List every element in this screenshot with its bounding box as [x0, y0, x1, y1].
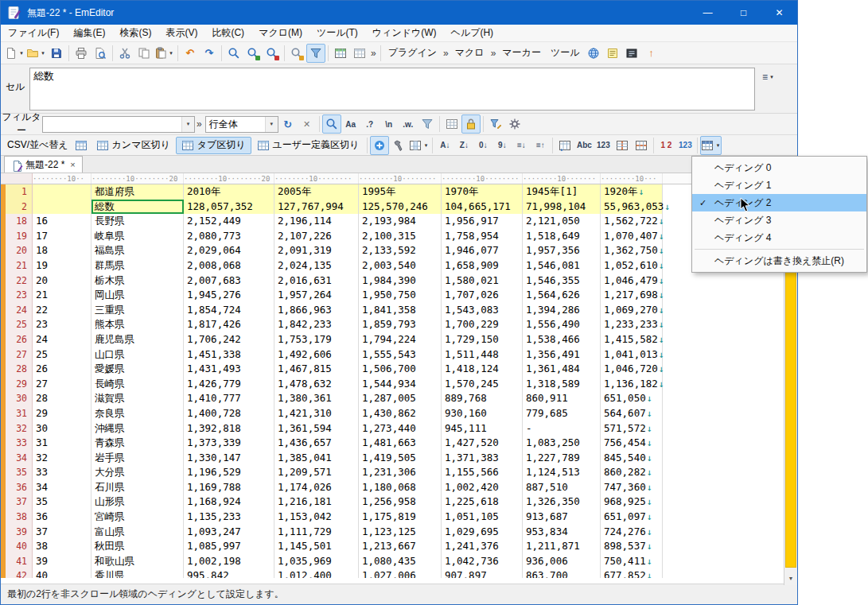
- grid-cell[interactable]: 1,950,750: [359, 288, 442, 303]
- tools-button[interactable]: ツール: [546, 44, 585, 63]
- sort-az-asc-button[interactable]: A↓: [435, 136, 454, 155]
- show-line-numbers-button[interactable]: 1 2: [656, 136, 675, 155]
- grid-cell[interactable]: 福島県: [91, 243, 184, 258]
- grid-cell[interactable]: 愛媛県: [91, 362, 184, 377]
- grid-cell[interactable]: 23: [33, 317, 91, 332]
- grid-cell[interactable]: 長崎県: [91, 377, 184, 392]
- grid-cell[interactable]: 845,540↓: [601, 451, 663, 466]
- grid-cell[interactable]: 677,852↓: [601, 568, 663, 578]
- line-number[interactable]: 38: [1, 510, 33, 525]
- grid-cell[interactable]: 1,256,958: [359, 494, 442, 510]
- grid-cell[interactable]: 1,211,871: [523, 539, 601, 554]
- menubar-item[interactable]: 比較(C): [204, 25, 251, 42]
- grid-cell[interactable]: 1,467,815: [274, 362, 359, 377]
- grid-cell[interactable]: 750,411↓: [601, 554, 663, 569]
- line-number[interactable]: 39: [1, 525, 33, 540]
- grid-cell[interactable]: 1,700,229: [442, 317, 523, 332]
- match-case-button[interactable]: Aa: [341, 114, 360, 134]
- grid-cell[interactable]: 936,006: [523, 554, 601, 569]
- grid-cell[interactable]: 1,506,700: [359, 362, 442, 377]
- grid-cell[interactable]: 1,231,306: [359, 465, 442, 480]
- grid-cell[interactable]: 1,175,819: [359, 510, 442, 525]
- grid-cell[interactable]: 1,859,793: [359, 317, 442, 332]
- grid-cell[interactable]: 2,152,449: [184, 214, 274, 229]
- grid-cell[interactable]: 907,897: [442, 568, 523, 578]
- replace-in-files-button[interactable]: [287, 44, 306, 63]
- grid-cell[interactable]: 1,180,068: [359, 480, 442, 495]
- grid-cell[interactable]: 16: [33, 214, 91, 229]
- cell-tools-button[interactable]: [555, 136, 574, 155]
- undo-button[interactable]: ↶: [181, 44, 200, 63]
- grid-cell[interactable]: 31: [33, 436, 91, 451]
- menu-item[interactable]: ヘディング 1: [692, 176, 866, 194]
- grid-cell[interactable]: 127,767,994: [274, 200, 359, 215]
- grid-cell[interactable]: 1,155,566: [442, 465, 523, 480]
- grid-cell[interactable]: 1,706,242: [184, 332, 274, 347]
- cut-button[interactable]: [115, 44, 134, 63]
- csv-convert-button[interactable]: [370, 136, 389, 155]
- grid-cell[interactable]: 2005年: [274, 184, 359, 200]
- grid-cell[interactable]: 群馬県: [91, 258, 184, 273]
- grid-cell[interactable]: 1,415,582↓: [601, 332, 663, 347]
- grid-cell[interactable]: 1,419,505: [359, 451, 442, 466]
- document-tab[interactable]: 無題-22 * ×: [4, 156, 83, 173]
- grid-cell[interactable]: 1,273,440: [359, 421, 442, 436]
- grid-cell[interactable]: 1,866,963: [274, 303, 359, 318]
- combo-arrow-icon[interactable]: ▾: [181, 117, 194, 132]
- grid-cell[interactable]: 40: [33, 568, 91, 578]
- csv-repair-button[interactable]: [389, 136, 408, 155]
- grid-cell[interactable]: 1,556,490: [523, 317, 601, 332]
- grid-cell[interactable]: 128,057,352: [184, 200, 274, 215]
- grid-cell[interactable]: 1,153,042: [274, 510, 359, 525]
- grid-cell[interactable]: 1,562,722↓: [601, 214, 663, 229]
- markers-button[interactable]: マーカー: [497, 44, 546, 63]
- macros-button[interactable]: マクロ: [450, 44, 489, 63]
- negate-filter-button[interactable]: [418, 114, 437, 134]
- grid-cell[interactable]: 1,538,466: [523, 332, 601, 347]
- grid-cell[interactable]: 1,543,083: [442, 303, 523, 318]
- grid-cell[interactable]: 熊本県: [91, 317, 184, 332]
- grid-cell[interactable]: 1,946,077: [442, 243, 523, 258]
- grid-cell[interactable]: 奈良県: [91, 406, 184, 421]
- grid-cell[interactable]: 1,546,355: [523, 273, 601, 289]
- browser-button[interactable]: [584, 44, 603, 63]
- grid-cell[interactable]: 1,213,667: [359, 539, 442, 554]
- grid-cell[interactable]: 860,911: [523, 391, 601, 406]
- grid-cell[interactable]: 945,111: [442, 421, 523, 436]
- grid-cell[interactable]: 953,834: [523, 525, 601, 540]
- grid-cell[interactable]: 2,008,068: [184, 258, 274, 273]
- grid-cell[interactable]: 1,555,543: [359, 347, 442, 363]
- grid-cell[interactable]: 1,093,247: [184, 525, 274, 540]
- grid-cell[interactable]: 1,041,013↓: [601, 347, 663, 363]
- grid-cell[interactable]: 1,421,310: [274, 406, 359, 421]
- line-number[interactable]: 27: [1, 347, 33, 363]
- grid-cell[interactable]: 1,385,041: [274, 451, 359, 466]
- grid-cell[interactable]: 29: [33, 406, 91, 421]
- csv-mode-button[interactable]: [331, 44, 350, 63]
- menu-item[interactable]: ヘディング 4: [692, 229, 866, 246]
- grid-cell[interactable]: 1,753,179: [274, 332, 359, 347]
- grid-cell[interactable]: 1,029,695: [442, 525, 523, 540]
- grid-cell[interactable]: 山口県: [91, 347, 184, 363]
- grid-cell[interactable]: 39: [33, 554, 91, 569]
- menubar-item[interactable]: 検索(S): [112, 25, 158, 42]
- grid-cell[interactable]: 1,035,969: [274, 554, 359, 569]
- new-file-button[interactable]: ▾: [4, 44, 25, 63]
- grid-cell[interactable]: 756,454↓: [601, 436, 663, 451]
- grid-cell[interactable]: 1945年[1]: [523, 184, 601, 200]
- grid-cell[interactable]: 2,091,319: [274, 243, 359, 258]
- csv-grid-button[interactable]: [72, 136, 91, 155]
- grid-cell[interactable]: 1,002,420: [442, 480, 523, 495]
- split-table-button[interactable]: [613, 136, 632, 155]
- grid-cell[interactable]: 鹿児島県: [91, 332, 184, 347]
- close-button[interactable]: ✕: [761, 1, 797, 25]
- toolbar-overflow-chevron[interactable]: »: [369, 48, 378, 59]
- grid-cell[interactable]: 1,945,276: [184, 288, 274, 303]
- refresh-filter-button[interactable]: ↻: [278, 114, 298, 134]
- grid-cell[interactable]: 1,318,589: [523, 377, 601, 392]
- grid-cell[interactable]: 香川県: [91, 568, 184, 578]
- grid-cell[interactable]: 1,400,728: [184, 406, 274, 421]
- menubar-item[interactable]: ウィンドウ(W): [365, 25, 444, 42]
- grid-cell[interactable]: 2,196,114: [274, 214, 359, 229]
- menubar-item[interactable]: ファイル(F): [1, 25, 66, 42]
